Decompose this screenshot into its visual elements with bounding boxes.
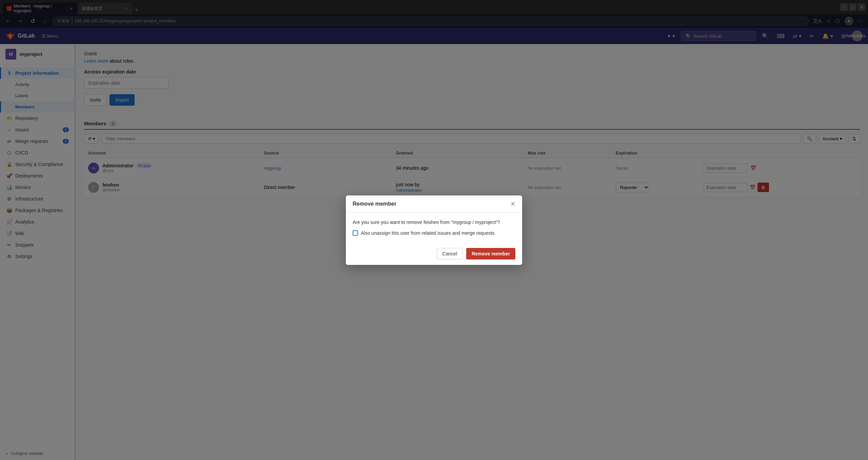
checkbox-row: Also unassign this user from related iss… bbox=[353, 230, 515, 236]
modal-header: Remove member ✕ bbox=[346, 195, 522, 213]
remove-member-button[interactable]: Remove member bbox=[466, 248, 515, 259]
modal-body-text: Are you sure you want to remove feishen … bbox=[353, 219, 515, 225]
checkbox-label: Also unassign this user from related iss… bbox=[361, 230, 495, 236]
modal-body: Are you sure you want to remove feishen … bbox=[346, 213, 522, 243]
modal-close-button[interactable]: ✕ bbox=[510, 201, 515, 207]
modal-title: Remove member bbox=[353, 201, 396, 207]
remove-member-modal: Remove member ✕ Are you sure you want to… bbox=[346, 195, 522, 265]
unassign-checkbox[interactable] bbox=[353, 230, 358, 236]
modal-overlay[interactable]: Remove member ✕ Are you sure you want to… bbox=[0, 0, 868, 460]
modal-footer: Cancel Remove member bbox=[346, 243, 522, 265]
cancel-button[interactable]: Cancel bbox=[437, 248, 463, 259]
